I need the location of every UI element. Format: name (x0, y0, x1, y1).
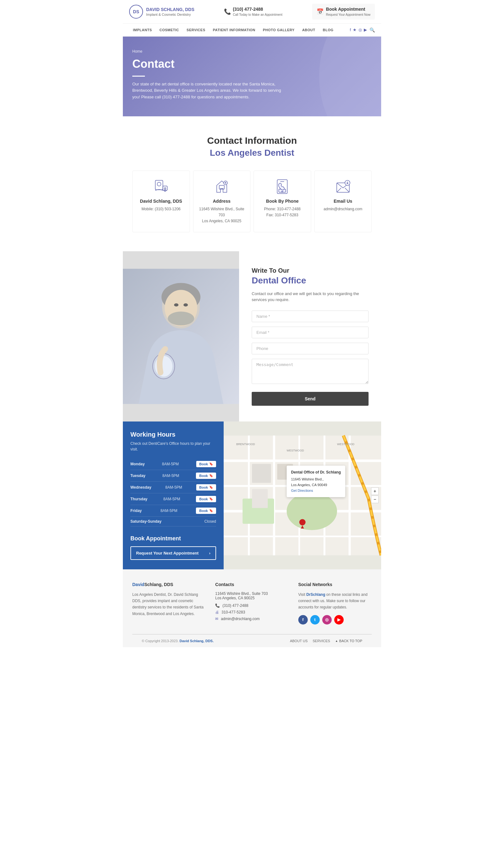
svg-text:WESTWOOD: WESTWOOD (287, 448, 304, 452)
map-tooltip-address: 11645 Wilshire Blvd.,Los Angeles, CA 900… (291, 477, 327, 487)
svg-point-1 (157, 182, 161, 186)
phone-number[interactable]: (310) 477-2488 (233, 6, 282, 13)
hours-tuesday: Tuesday 8AM-5PM Book 🔖 (130, 470, 216, 482)
header-book[interactable]: 📅 Book Appointment Request Your Appointm… (312, 4, 375, 20)
map-zoom-in[interactable]: + (371, 487, 379, 495)
contact-info-subtitle: Los Angeles Dentist (132, 148, 372, 158)
site-footer: DavidSchlang, DDS Los Angeles Dentist, D… (123, 569, 381, 647)
book-text: Book Appointment Request Your Appointmen… (326, 6, 370, 17)
email-card-line1: admin@drschlang.com (320, 206, 367, 212)
phone-info: (310) 477-2488 Call Today to Make an App… (233, 6, 282, 17)
map-zoom-out[interactable]: − (371, 496, 379, 503)
logo-subtitle: Implant & Cosmetic Dentistry (146, 12, 194, 17)
footer-social-link[interactable]: DrSchlang (306, 592, 325, 597)
svg-text:BRENTWOOD: BRENTWOOD (236, 442, 255, 445)
book-tuesday[interactable]: Book 🔖 (196, 473, 216, 479)
footer-contacts-title: Contacts (215, 582, 288, 587)
footer-bottom-links: ABOUT US SERVICES BACK TO TOP (290, 639, 362, 643)
contact-form: Write To Our Dental Office Contact our o… (239, 251, 381, 422)
nav-links: IMPLANTS COSMETIC SERVICES PATIENT INFOR… (129, 24, 337, 36)
get-directions-link[interactable]: Get Directions (291, 489, 313, 492)
footer-col-about: DavidSchlang, DDS Los Angeles Dentist, D… (132, 582, 206, 624)
footer-about-us[interactable]: ABOUT US (290, 639, 307, 643)
hero-banner: Home Contact Our state of the art dental… (123, 36, 381, 116)
logo-name: DAVID SCHLANG, DDS (146, 7, 194, 12)
book-wednesday-icon: 🔖 (209, 486, 213, 489)
copyright: © Copyright 2013-2023. David Schlang, DD… (142, 639, 214, 643)
footer-phone-number[interactable]: (310) 477-2488 (222, 603, 248, 608)
doctor-card-info: Mobile: (310) 503-1206 (138, 206, 185, 212)
time-wednesday: 8AM-5PM (165, 485, 182, 490)
book-thursday[interactable]: Book 🔖 (196, 496, 216, 502)
book-monday[interactable]: Book 🔖 (196, 461, 216, 467)
nav-about[interactable]: ABOUT (298, 24, 319, 36)
nav-instagram[interactable]: ◎ (358, 27, 362, 32)
site-header: DS DAVID SCHLANG, DDS Implant & Cosmetic… (123, 0, 381, 24)
phone-input[interactable] (252, 343, 368, 354)
day-monday: Monday (130, 462, 145, 466)
day-friday: Friday (130, 509, 142, 513)
message-input[interactable] (252, 359, 368, 384)
hero-description: Our state of the art dental office is co… (132, 81, 290, 101)
nav-photo-gallery[interactable]: PHOTO GALLERY (259, 24, 299, 36)
search-icon[interactable]: 🔍 (369, 27, 375, 32)
copyright-brand-link[interactable]: David Schlang, DDS. (180, 639, 214, 643)
back-to-top[interactable]: BACK TO TOP (335, 639, 362, 643)
book-monday-icon: 🔖 (209, 462, 213, 466)
svg-point-21 (168, 311, 194, 325)
header-phone: 📞 (310) 477-2488 Call Today to Make an A… (224, 6, 282, 17)
nav-implants[interactable]: IMPLANTS (129, 24, 156, 36)
address-card-line1: 11645 Wilshire Blvd., Suite 703 (198, 206, 245, 218)
contact-card-address: Address 11645 Wilshire Blvd., Suite 703 … (193, 170, 251, 232)
doctor-card-title: David Schlang, DDS (138, 199, 185, 204)
send-button[interactable]: Send (252, 392, 368, 406)
footer-social-icons: f t ◎ ▶ (298, 615, 372, 624)
nav-facebook[interactable]: f (350, 27, 351, 32)
footer-about-text: Los Angeles Dentist, Dr. David Schlang D… (132, 591, 206, 617)
nav-cosmetic[interactable]: COSMETIC (156, 24, 183, 36)
instagram-link[interactable]: ◎ (322, 615, 332, 624)
book-appt-button[interactable]: Request Your Next Appointment › (130, 546, 216, 560)
facebook-link[interactable]: f (298, 615, 308, 624)
day-wednesday: Wednesday (130, 485, 151, 490)
footer-phone: 📞 (310) 477-2488 (215, 603, 288, 608)
book-thursday-icon: 🔖 (209, 497, 213, 501)
footer-email: ✉ admin@drschlang.com (215, 617, 288, 621)
time-tuesday: 8AM-5PM (162, 474, 179, 478)
hours-thursday: Thursday 8AM-5PM Book 🔖 (130, 493, 216, 505)
contact-card-email: Email Us admin@drschlang.com (314, 170, 372, 232)
logo-area[interactable]: DS DAVID SCHLANG, DDS Implant & Cosmetic… (129, 5, 194, 19)
svg-point-39 (299, 519, 306, 525)
nav-blog[interactable]: BLOG (319, 24, 337, 36)
form-pretitle: Write To Our (252, 267, 368, 274)
twitter-link[interactable]: t (310, 615, 320, 624)
page-title: Contact (132, 57, 372, 70)
map-area[interactable]: BRENTWOOD WESTWOOD WESTWOOD Dental Offic… (224, 422, 381, 569)
book-appt-section: Book Appointment Request Your Next Appoi… (130, 535, 216, 560)
working-hours-card: Working Hours Check out DentiCare's Offi… (123, 422, 224, 569)
nav-yelp[interactable]: ★ (353, 27, 357, 32)
nav-social: f ★ ◎ ▶ (350, 27, 367, 32)
footer-social-title: Social Networks (298, 582, 372, 587)
email-input[interactable] (252, 326, 368, 338)
book-friday[interactable]: Book 🔖 (196, 508, 216, 514)
footer-col-social: Social Networks Visit DrSchlang on these… (298, 582, 372, 624)
calendar-icon: 📅 (317, 8, 323, 15)
logo-circle: DS (129, 5, 143, 19)
fax-icon: 🖨 (215, 610, 219, 614)
day-tuesday: Tuesday (130, 474, 146, 478)
book-wednesday[interactable]: Book 🔖 (196, 484, 216, 490)
email-card-title: Email Us (320, 199, 367, 204)
svg-text:WESTWOOD: WESTWOOD (337, 442, 354, 445)
footer-email-address[interactable]: admin@drschlang.com (221, 617, 260, 621)
phone-field-wrapper (252, 343, 368, 354)
map-tooltip: Dental Office of Dr. Schlang 11645 Wilsh… (287, 466, 345, 497)
nav-youtube[interactable]: ▶ (364, 27, 367, 32)
nav-services[interactable]: SERVICES (183, 24, 209, 36)
phone-card-line2: Fax: 310-477-5283 (259, 212, 306, 218)
youtube-link[interactable]: ▶ (334, 615, 344, 624)
footer-services[interactable]: SERVICES (312, 639, 330, 643)
name-input[interactable] (252, 311, 368, 322)
nav-patient-info[interactable]: PATIENT INFORMATION (209, 24, 259, 36)
book-appt-arrow: › (209, 551, 210, 555)
